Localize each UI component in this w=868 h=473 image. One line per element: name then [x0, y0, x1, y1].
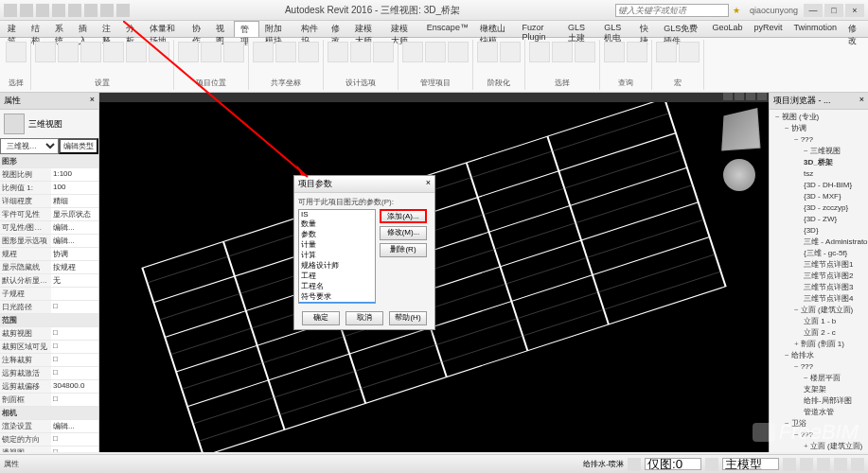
tree-node[interactable]: 三维 - Administrator: [771, 236, 866, 248]
props-row[interactable]: 详细程度精细: [0, 195, 98, 208]
props-row[interactable]: 裁剪区域可见□: [0, 341, 98, 354]
dialog-titlebar[interactable]: 项目参数 ×: [294, 176, 434, 193]
ribbon-button[interactable]: [223, 42, 244, 62]
ribbon-button[interactable]: [477, 42, 498, 62]
view-cube[interactable]: [721, 108, 760, 151]
props-value[interactable]: 304800.0: [51, 380, 98, 393]
props-value[interactable]: 显示原状态: [51, 208, 98, 220]
expander-icon[interactable]: −: [785, 351, 789, 359]
maximize-button[interactable]: □: [824, 4, 843, 17]
qat-btn[interactable]: [36, 4, 49, 17]
ribbon-tab[interactable]: 注释: [97, 21, 120, 37]
props-value[interactable]: 协调: [51, 248, 98, 260]
ribbon-tab[interactable]: 建模大师: [385, 21, 421, 37]
expander-icon[interactable]: −: [804, 374, 808, 382]
delete-button[interactable]: 删除(R): [380, 243, 427, 257]
props-value[interactable]: □: [51, 367, 98, 379]
expander-icon[interactable]: −: [775, 113, 780, 121]
qat-btn[interactable]: [4, 4, 17, 17]
qat-btn[interactable]: [84, 4, 97, 17]
edit-type-button[interactable]: 编辑类型: [59, 138, 98, 154]
ribbon-tab[interactable]: 附加模块: [259, 21, 295, 37]
props-value[interactable]: 精细: [51, 195, 98, 207]
tree-node[interactable]: {3D - MXF}: [771, 191, 866, 202]
props-value[interactable]: 100: [51, 182, 98, 194]
sb-btn[interactable]: [851, 458, 864, 471]
ribbon-button[interactable]: [679, 42, 700, 62]
tree-node[interactable]: 三维节点详图4: [771, 293, 866, 305]
ribbon-tab[interactable]: 结构: [26, 21, 49, 37]
ribbon-tab[interactable]: 插入: [73, 21, 97, 37]
ribbon-tab[interactable]: 协作: [186, 21, 210, 37]
tree-node[interactable]: −楼层平面: [771, 373, 866, 384]
sb-btn[interactable]: [705, 458, 718, 471]
ribbon-button[interactable]: [80, 42, 101, 62]
tree-node[interactable]: −协调: [771, 123, 866, 134]
tree-node[interactable]: −立面 (建筑立面): [771, 305, 866, 316]
tree-node[interactable]: 立面 2 - c: [771, 327, 866, 339]
props-value[interactable]: □: [51, 354, 98, 366]
vp-btn[interactable]: [746, 93, 755, 100]
qat-btn[interactable]: [68, 4, 81, 17]
properties-type-selector[interactable]: 三维视图: [0, 110, 98, 138]
props-value[interactable]: 按规程: [51, 261, 98, 273]
vp-btn[interactable]: [723, 93, 733, 100]
props-row[interactable]: 规程协调: [0, 248, 98, 261]
ribbon-button[interactable]: [328, 42, 348, 62]
tree-node[interactable]: 给排-局部详图: [771, 395, 866, 407]
ribbon-tab[interactable]: Twinmotion: [788, 21, 843, 37]
expander-icon[interactable]: −: [794, 135, 799, 144]
qat-btn[interactable]: [20, 4, 33, 17]
props-row[interactable]: 透视图□: [0, 447, 98, 452]
vp-btn[interactable]: [735, 93, 744, 100]
tree-node[interactable]: 管道水管: [771, 407, 866, 418]
tree-node[interactable]: −三维视图: [771, 146, 866, 157]
ribbon-button[interactable]: [253, 42, 274, 62]
instance-selector[interactable]: 三维视图: 3D_桥架: [0, 138, 59, 154]
ribbon-tab[interactable]: 修改: [326, 21, 349, 37]
tree-node[interactable]: {3D}: [771, 225, 866, 236]
ribbon-tab[interactable]: 橄榄山快模: [474, 21, 517, 37]
props-row[interactable]: 图形显示选项编辑...: [0, 235, 98, 248]
ribbon-button[interactable]: [201, 42, 221, 62]
close-button[interactable]: ×: [845, 4, 864, 17]
props-row[interactable]: 远剪裁激活□: [0, 367, 98, 380]
ribbon-tab[interactable]: 分析: [120, 21, 144, 37]
list-item[interactable]: 参数: [299, 229, 375, 239]
modify-button[interactable]: 修改(M)...: [380, 226, 427, 240]
ribbon-tab[interactable]: 视图: [210, 21, 234, 37]
props-value[interactable]: □: [51, 341, 98, 353]
expander-icon[interactable]: −: [785, 419, 789, 428]
qat-btn[interactable]: [116, 4, 130, 17]
ribbon-button[interactable]: [350, 42, 371, 62]
props-value[interactable]: 1:100: [51, 168, 98, 181]
ribbon-tab[interactable]: Fuzor Plugin: [516, 21, 562, 37]
props-value[interactable]: □: [51, 301, 98, 313]
props-row[interactable]: 比例值 1:100: [0, 182, 98, 195]
cancel-button[interactable]: 取消: [345, 311, 383, 325]
ribbon-button[interactable]: [500, 42, 521, 62]
props-row[interactable]: 子规程: [0, 288, 98, 301]
ribbon-button[interactable]: [448, 42, 469, 62]
props-value[interactable]: 无: [51, 274, 98, 287]
tree-node[interactable]: 三维节点详图1: [771, 259, 866, 271]
tree-node[interactable]: 三维节点详图2: [771, 271, 866, 282]
parameter-listbox[interactable]: IS数量参数计量计算规格设计师工程工程名符号要求布线类型合同编号结构设计师设备 …: [298, 209, 376, 304]
tree-node[interactable]: −视图 (专业): [771, 112, 866, 123]
props-row[interactable]: 渲染设置编辑...: [0, 420, 98, 433]
vp-btn[interactable]: [757, 93, 767, 100]
ribbon-button[interactable]: [373, 42, 394, 62]
close-icon[interactable]: ×: [426, 178, 431, 190]
list-item[interactable]: IS: [299, 210, 375, 219]
tree-node[interactable]: −???: [771, 134, 866, 146]
ribbon-button[interactable]: [575, 42, 595, 62]
ribbon-tab[interactable]: 体量和场地: [144, 21, 186, 37]
props-row[interactable]: 默认分析显示...无: [0, 274, 98, 288]
props-row[interactable]: 可见性/图形替换编辑...: [0, 221, 98, 235]
tree-node[interactable]: −卫浴: [771, 418, 866, 429]
expander-icon[interactable]: −: [794, 362, 799, 371]
expander-icon[interactable]: −: [794, 306, 799, 314]
ribbon-button[interactable]: [275, 42, 296, 62]
list-item[interactable]: 计量: [299, 239, 375, 250]
ribbon-tab[interactable]: GLS机电: [598, 21, 634, 37]
